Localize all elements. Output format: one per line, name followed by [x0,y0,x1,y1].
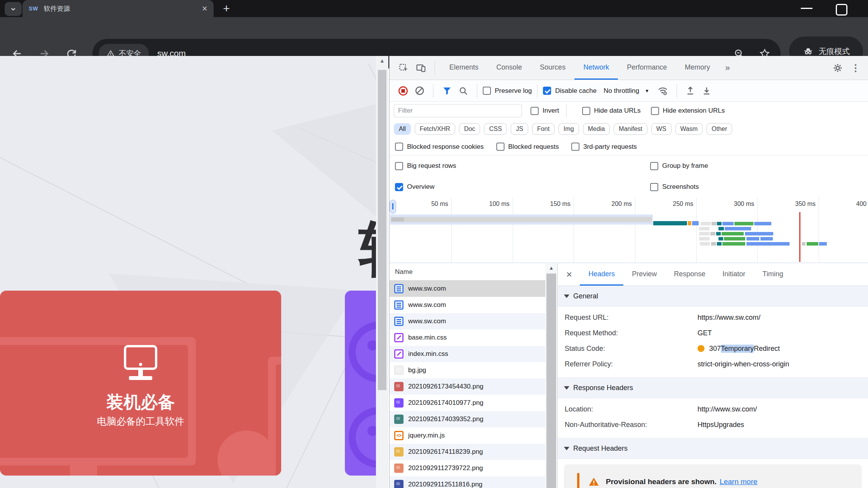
group-by-frame-checkbox[interactable] [650,162,658,170]
tab-close-icon[interactable]: × [202,4,207,13]
filter-chip-all[interactable]: All [394,123,411,135]
software-card-purple[interactable] [345,291,376,476]
network-overview-strip[interactable]: 50 ms100 ms150 ms200 ms250 ms300 ms350 m… [390,197,868,263]
preserve-log-checkbox[interactable] [483,87,491,95]
3rd-party-requests-checkbox[interactable] [571,143,579,151]
request-row[interactable]: 20210926174118239.png [390,444,545,460]
learn-more-link[interactable]: Learn more [720,478,757,486]
filter-input[interactable] [394,104,522,117]
filter-chip-media[interactable]: Media [583,123,610,135]
gridline [451,197,452,263]
more-tabs-button[interactable]: » [719,56,736,80]
section-header-response-headers[interactable]: Response Headers [558,378,868,398]
request-row[interactable]: bg.jpg [390,362,545,378]
blocked-response-cookies-checkbox[interactable] [395,143,403,151]
decor-dot [367,426,376,436]
request-row[interactable]: www.sw.com [390,297,545,313]
hide-data-urls-label[interactable]: Hide data URLs [594,107,641,115]
filter-chip-js[interactable]: JS [511,123,528,135]
filter-chip-other[interactable]: Other [706,123,732,135]
request-row[interactable]: 20210926174039352.png [390,411,545,427]
devtools-tab-memory[interactable]: Memory [676,56,719,80]
export-har-button[interactable] [699,85,715,96]
devtools-tab-console[interactable]: Console [487,56,531,80]
hide-extension-urls-checkbox[interactable] [651,107,659,115]
screenshots-label[interactable]: Screenshots [662,183,699,191]
filter-chip-fetch-xhr[interactable]: Fetch/XHR [415,123,455,135]
request-row[interactable]: 20210926174010977.png [390,395,545,411]
window-minimize-button[interactable] [801,8,813,9]
settings-button[interactable] [828,56,848,80]
blocked-option-label[interactable]: Blocked response cookies [407,143,484,151]
request-row[interactable]: www.sw.com [390,313,545,329]
device-toolbar-button[interactable] [412,56,429,80]
network-conditions-button[interactable] [655,85,671,96]
filter-toggle-button[interactable] [439,86,455,96]
image-file-icon [394,398,404,408]
throttling-dropdown[interactable]: No throttling ▼ [604,87,649,95]
filter-chip-doc[interactable]: Doc [459,123,480,135]
inspect-element-button[interactable] [395,56,412,80]
details-tab-headers[interactable]: Headers [580,263,623,286]
scroll-up-arrow-icon[interactable]: ▲ [545,265,557,271]
clear-network-log-button[interactable] [411,85,428,96]
kebab-menu-icon[interactable]: ⋮ [848,56,868,80]
request-list-scrollbar-thumb[interactable] [546,274,556,488]
disable-cache-label[interactable]: Disable cache [555,87,597,95]
scroll-up-arrow-icon[interactable]: ▲ [376,58,388,64]
network-search-button[interactable] [455,86,471,96]
invert-checkbox[interactable] [531,107,539,115]
devtools-tab-performance[interactable]: Performance [618,56,676,80]
new-tab-button[interactable]: + [220,2,233,15]
group-by-frame-label[interactable]: Group by frame [662,162,708,170]
request-row[interactable]: base.min.css [390,329,545,346]
request-row[interactable]: www.sw.com [390,281,545,297]
request-row[interactable]: 20210929112511816.png [390,476,545,488]
software-card-red[interactable]: 装机必备 电脑必备的工具软件 [0,291,281,476]
screenshots-checkbox[interactable] [650,183,658,191]
page-scrollbar-thumb[interactable] [378,70,386,390]
blocked-option-label[interactable]: 3rd-party requests [583,143,637,151]
devtools-tab-network[interactable]: Network [574,56,618,80]
hide-data-urls-checkbox[interactable] [582,107,590,115]
request-row[interactable]: jquery.min.js [390,427,545,444]
name-column-header[interactable]: Name [390,263,545,281]
devtools-tab-sources[interactable]: Sources [531,56,574,80]
blocked-requests-checkbox[interactable] [496,143,504,151]
details-tab-response[interactable]: Response [665,263,714,286]
details-tab-initiator[interactable]: Initiator [714,263,754,286]
request-row[interactable]: 20210929112739722.png [390,460,545,476]
big-request-rows-label[interactable]: Big request rows [407,162,456,170]
filter-chip-wasm[interactable]: Wasm [675,123,703,135]
disable-cache-checkbox[interactable] [543,87,551,95]
details-tab-timing[interactable]: Timing [754,263,791,286]
blocked-option-label[interactable]: Blocked requests [508,143,559,151]
request-name: base.min.css [408,334,447,342]
overview-left-handle[interactable] [390,200,396,214]
close-details-icon[interactable]: × [558,263,580,286]
details-tab-preview[interactable]: Preview [623,263,665,286]
preserve-log-label[interactable]: Preserve log [495,87,532,95]
big-request-rows-checkbox[interactable] [395,162,403,170]
filter-chip-font[interactable]: Font [532,123,555,135]
invert-label[interactable]: Invert [543,107,559,115]
hide-extension-urls-label[interactable]: Hide extension URLs [663,107,725,115]
request-list-scrollbar[interactable]: ▲ [545,263,557,488]
devtools-tab-elements[interactable]: Elements [440,56,487,80]
filter-chip-css[interactable]: CSS [484,123,507,135]
browser-tab[interactable]: SW 软件资源 × [23,0,214,17]
section-header-general[interactable]: General [558,286,868,307]
filter-chip-img[interactable]: Img [558,123,579,135]
record-network-log-button[interactable] [395,85,411,96]
overview-checkbox[interactable] [395,183,403,191]
window-maximize-button[interactable] [836,4,847,16]
request-row[interactable]: index.min.css [390,346,545,362]
overview-label[interactable]: Overview [407,183,435,191]
page-scrollbar[interactable]: ▲ [376,56,388,488]
import-har-button[interactable] [682,85,699,96]
request-row[interactable]: 20210926173454430.png [390,378,545,395]
tab-search-button[interactable] [5,2,22,16]
filter-chip-ws[interactable]: WS [651,123,671,135]
filter-chip-manifest[interactable]: Manifest [614,123,647,135]
section-header-request-headers[interactable]: Request Headers [558,438,868,459]
